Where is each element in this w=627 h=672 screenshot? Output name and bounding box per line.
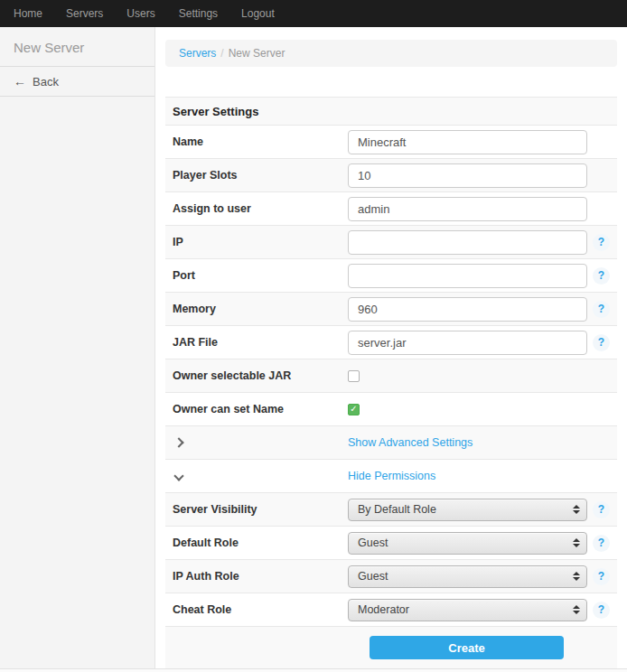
field-label: Name	[173, 135, 348, 148]
back-label: Back	[33, 75, 59, 89]
show-advanced-settings-link[interactable]: Show Advanced Settings	[348, 436, 473, 449]
form-row-server-visibility: Server Visibility By Default Role ?	[165, 493, 617, 527]
form-row-jar-file: JAR File ?	[165, 326, 617, 359]
check-icon: ✓	[350, 405, 357, 414]
field-label: Player Slots	[173, 169, 348, 182]
breadcrumb: Servers/New Server	[165, 40, 617, 67]
nav-item-logout[interactable]: Logout	[229, 0, 286, 27]
nav-item-servers[interactable]: Servers	[54, 0, 115, 27]
help-icon[interactable]: ?	[593, 501, 610, 518]
form-row-name: Name	[165, 126, 617, 159]
page-title: New Server	[0, 27, 154, 67]
player-slots-input[interactable]	[348, 163, 587, 188]
cheat-role-select[interactable]: Moderator	[348, 599, 587, 621]
form-row-memory: Memory ?	[165, 293, 617, 326]
help-icon[interactable]: ?	[593, 568, 610, 585]
field-label: JAR File	[173, 336, 348, 349]
hide-permissions-link[interactable]: Hide Permissions	[348, 470, 435, 482]
breadcrumb-separator: /	[220, 47, 223, 60]
field-label: Port	[173, 269, 348, 282]
default-role-select[interactable]: Guest	[348, 532, 587, 555]
form-row-ip: IP ?	[165, 226, 617, 259]
selected-value: Moderator	[358, 603, 409, 616]
field-label: Server Visibility	[173, 503, 348, 516]
form-row-port: Port ?	[165, 259, 617, 293]
port-input[interactable]	[348, 264, 587, 288]
help-icon[interactable]: ?	[593, 535, 610, 552]
select-arrows-icon	[573, 538, 580, 547]
form-row-create: Create	[165, 627, 617, 669]
form-row-cheat-role: Cheat Role Moderator ?	[165, 593, 617, 627]
field-label: Owner selectable JAR	[173, 369, 348, 382]
field-label: Owner can set Name	[173, 403, 348, 415]
select-arrows-icon	[573, 572, 580, 581]
selected-value: By Default Role	[358, 503, 436, 516]
field-label: IP	[173, 236, 348, 248]
section-title: Server Settings	[173, 105, 258, 118]
top-navbar: Home Servers Users Settings Logout	[0, 0, 627, 27]
form-row-owner-selectable-jar: Owner selectable JAR	[165, 359, 617, 393]
field-label: Cheat Role	[173, 603, 348, 616]
owner-can-set-name-checkbox[interactable]: ✓	[348, 404, 360, 415]
sidebar: New Server ← Back	[0, 27, 155, 668]
form-row-owner-can-set-name: Owner can set Name ✓	[165, 393, 617, 426]
jar-file-input[interactable]	[348, 331, 587, 355]
back-arrow-icon: ←	[14, 74, 26, 89]
select-arrows-icon	[573, 605, 580, 614]
field-label: Memory	[173, 303, 348, 315]
field-label: IP Auth Role	[173, 570, 348, 583]
help-icon[interactable]: ?	[593, 301, 610, 318]
server-visibility-select[interactable]: By Default Role	[348, 499, 587, 521]
ip-input[interactable]	[348, 230, 587, 255]
form-row-advanced-toggle: Show Advanced Settings	[165, 426, 617, 460]
selected-value: Guest	[358, 570, 388, 583]
breadcrumb-link-servers[interactable]: Servers	[179, 47, 216, 60]
help-icon[interactable]: ?	[593, 334, 610, 351]
chevron-down-icon[interactable]	[173, 471, 183, 481]
selected-value: Guest	[358, 537, 388, 549]
help-icon[interactable]: ?	[593, 234, 610, 251]
form-row-assign-to-user: Assign to user	[165, 192, 617, 226]
nav-item-users[interactable]: Users	[115, 0, 166, 27]
form-row-ip-auth-role: IP Auth Role Guest ?	[165, 560, 617, 593]
form-row-permissions-toggle: Hide Permissions	[165, 460, 617, 493]
name-input[interactable]	[348, 130, 587, 154]
owner-selectable-jar-checkbox[interactable]	[348, 370, 360, 382]
nav-item-home[interactable]: Home	[2, 0, 54, 27]
select-arrows-icon	[573, 505, 580, 514]
ip-auth-role-select[interactable]: Guest	[348, 565, 587, 588]
section-header-row: Server Settings	[165, 98, 617, 126]
form-row-player-slots: Player Slots	[165, 159, 617, 192]
server-settings-form: Server Settings Name Player Slots Assign…	[165, 97, 617, 669]
help-icon[interactable]: ?	[593, 602, 610, 619]
assign-to-user-input[interactable]	[348, 197, 587, 221]
create-button[interactable]: Create	[370, 636, 564, 659]
back-button[interactable]: ← Back	[0, 67, 154, 97]
help-icon[interactable]: ?	[593, 267, 610, 285]
chevron-right-icon[interactable]	[173, 437, 183, 447]
page-bottom-border	[0, 668, 627, 672]
field-label: Assign to user	[173, 202, 348, 215]
field-label: Default Role	[173, 537, 348, 549]
form-row-default-role: Default Role Guest ?	[165, 527, 617, 560]
memory-input[interactable]	[348, 297, 587, 322]
nav-item-settings[interactable]: Settings	[167, 0, 229, 27]
breadcrumb-current: New Server	[229, 47, 285, 60]
main-content: Servers/New Server Server Settings Name …	[165, 27, 617, 669]
